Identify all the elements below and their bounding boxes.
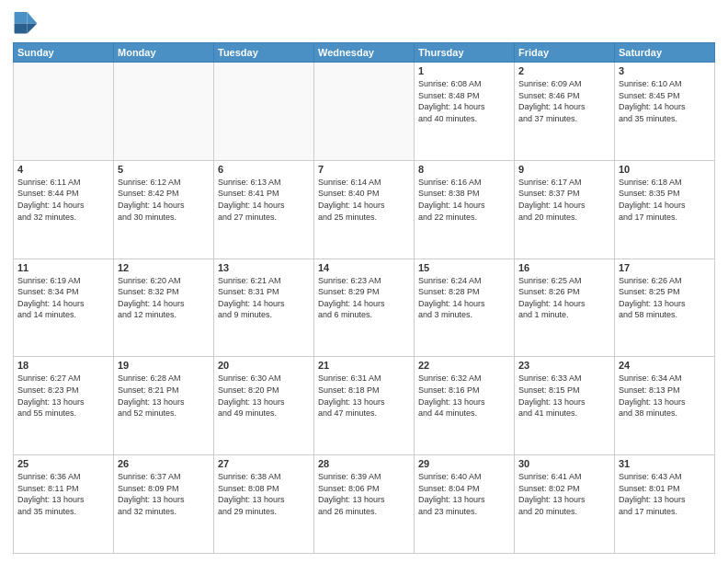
day-header-thursday: Thursday <box>415 43 515 63</box>
calendar-cell: 12Sunrise: 6:20 AM Sunset: 8:32 PM Dayli… <box>114 259 214 357</box>
day-info: Sunrise: 6:31 AM Sunset: 8:18 PM Dayligh… <box>318 373 410 419</box>
day-header-saturday: Saturday <box>615 43 715 63</box>
calendar-cell: 1Sunrise: 6:08 AM Sunset: 8:48 PM Daylig… <box>415 63 515 161</box>
day-number: 2 <box>518 65 610 76</box>
calendar-cell: 23Sunrise: 6:33 AM Sunset: 8:15 PM Dayli… <box>515 357 615 455</box>
calendar-cell: 31Sunrise: 6:43 AM Sunset: 8:01 PM Dayli… <box>615 455 715 554</box>
day-number: 23 <box>518 360 610 371</box>
day-number: 7 <box>318 164 410 175</box>
calendar-week-4: 18Sunrise: 6:27 AM Sunset: 8:23 PM Dayli… <box>14 357 715 455</box>
day-info: Sunrise: 6:33 AM Sunset: 8:15 PM Dayligh… <box>518 373 610 419</box>
calendar-cell: 24Sunrise: 6:34 AM Sunset: 8:13 PM Dayli… <box>615 357 715 455</box>
calendar-cell: 15Sunrise: 6:24 AM Sunset: 8:28 PM Dayli… <box>415 259 515 357</box>
calendar-cell: 14Sunrise: 6:23 AM Sunset: 8:29 PM Dayli… <box>314 259 415 357</box>
calendar-cell: 11Sunrise: 6:19 AM Sunset: 8:34 PM Dayli… <box>14 259 114 357</box>
calendar-cell: 8Sunrise: 6:16 AM Sunset: 8:38 PM Daylig… <box>415 160 515 259</box>
day-info: Sunrise: 6:30 AM Sunset: 8:20 PM Dayligh… <box>218 373 310 419</box>
svg-rect-2 <box>15 12 28 23</box>
calendar-cell: 29Sunrise: 6:40 AM Sunset: 8:04 PM Dayli… <box>415 455 515 554</box>
day-number: 31 <box>619 458 711 469</box>
calendar-cell: 27Sunrise: 6:38 AM Sunset: 8:08 PM Dayli… <box>214 455 314 554</box>
calendar-cell: 5Sunrise: 6:12 AM Sunset: 8:42 PM Daylig… <box>114 160 214 259</box>
day-number: 4 <box>17 164 109 175</box>
day-info: Sunrise: 6:28 AM Sunset: 8:21 PM Dayligh… <box>118 373 210 419</box>
svg-marker-1 <box>28 24 38 34</box>
day-info: Sunrise: 6:13 AM Sunset: 8:41 PM Dayligh… <box>218 177 310 223</box>
day-info: Sunrise: 6:43 AM Sunset: 8:01 PM Dayligh… <box>619 471 711 517</box>
day-number: 29 <box>418 458 510 469</box>
day-info: Sunrise: 6:17 AM Sunset: 8:37 PM Dayligh… <box>518 177 610 223</box>
calendar-cell: 22Sunrise: 6:32 AM Sunset: 8:16 PM Dayli… <box>415 357 515 455</box>
day-info: Sunrise: 6:08 AM Sunset: 8:48 PM Dayligh… <box>418 78 510 124</box>
day-info: Sunrise: 6:19 AM Sunset: 8:34 PM Dayligh… <box>17 275 109 321</box>
calendar-cell: 30Sunrise: 6:41 AM Sunset: 8:02 PM Dayli… <box>515 455 615 554</box>
day-number: 10 <box>619 164 711 175</box>
day-info: Sunrise: 6:26 AM Sunset: 8:25 PM Dayligh… <box>619 275 711 321</box>
calendar-week-2: 4Sunrise: 6:11 AM Sunset: 8:44 PM Daylig… <box>14 160 715 259</box>
calendar-cell: 2Sunrise: 6:09 AM Sunset: 8:46 PM Daylig… <box>515 63 615 161</box>
day-number: 25 <box>17 458 109 469</box>
day-number: 27 <box>218 458 310 469</box>
calendar-cell: 21Sunrise: 6:31 AM Sunset: 8:18 PM Dayli… <box>314 357 415 455</box>
header <box>13 9 715 35</box>
calendar-cell: 3Sunrise: 6:10 AM Sunset: 8:45 PM Daylig… <box>615 63 715 161</box>
day-info: Sunrise: 6:12 AM Sunset: 8:42 PM Dayligh… <box>118 177 210 223</box>
day-info: Sunrise: 6:34 AM Sunset: 8:13 PM Dayligh… <box>619 373 711 419</box>
calendar-cell <box>114 63 214 161</box>
calendar-cell: 13Sunrise: 6:21 AM Sunset: 8:31 PM Dayli… <box>214 259 314 357</box>
day-info: Sunrise: 6:10 AM Sunset: 8:45 PM Dayligh… <box>619 78 711 124</box>
logo-icon <box>13 9 39 35</box>
day-header-friday: Friday <box>515 43 615 63</box>
day-info: Sunrise: 6:18 AM Sunset: 8:35 PM Dayligh… <box>619 177 711 223</box>
day-number: 15 <box>418 262 510 273</box>
day-number: 26 <box>118 458 210 469</box>
day-info: Sunrise: 6:14 AM Sunset: 8:40 PM Dayligh… <box>318 177 410 223</box>
day-number: 19 <box>118 360 210 371</box>
svg-marker-0 <box>28 12 38 23</box>
day-info: Sunrise: 6:27 AM Sunset: 8:23 PM Dayligh… <box>17 373 109 419</box>
calendar-cell <box>314 63 415 161</box>
calendar-week-5: 25Sunrise: 6:36 AM Sunset: 8:11 PM Dayli… <box>14 455 715 554</box>
calendar-cell: 7Sunrise: 6:14 AM Sunset: 8:40 PM Daylig… <box>314 160 415 259</box>
day-number: 21 <box>318 360 410 371</box>
day-header-tuesday: Tuesday <box>214 43 314 63</box>
day-number: 17 <box>619 262 711 273</box>
calendar-cell <box>214 63 314 161</box>
day-number: 20 <box>218 360 310 371</box>
calendar-cell: 25Sunrise: 6:36 AM Sunset: 8:11 PM Dayli… <box>14 455 114 554</box>
day-number: 28 <box>318 458 410 469</box>
day-info: Sunrise: 6:36 AM Sunset: 8:11 PM Dayligh… <box>17 471 109 517</box>
day-header-sunday: Sunday <box>14 43 114 63</box>
day-info: Sunrise: 6:20 AM Sunset: 8:32 PM Dayligh… <box>118 275 210 321</box>
day-info: Sunrise: 6:37 AM Sunset: 8:09 PM Dayligh… <box>118 471 210 517</box>
calendar-cell: 19Sunrise: 6:28 AM Sunset: 8:21 PM Dayli… <box>114 357 214 455</box>
day-number: 6 <box>218 164 310 175</box>
calendar-cell: 4Sunrise: 6:11 AM Sunset: 8:44 PM Daylig… <box>14 160 114 259</box>
day-info: Sunrise: 6:16 AM Sunset: 8:38 PM Dayligh… <box>418 177 510 223</box>
day-info: Sunrise: 6:32 AM Sunset: 8:16 PM Dayligh… <box>418 373 510 419</box>
calendar-cell: 17Sunrise: 6:26 AM Sunset: 8:25 PM Dayli… <box>615 259 715 357</box>
calendar-header-row: SundayMondayTuesdayWednesdayThursdayFrid… <box>14 43 715 63</box>
day-number: 13 <box>218 262 310 273</box>
calendar-cell: 9Sunrise: 6:17 AM Sunset: 8:37 PM Daylig… <box>515 160 615 259</box>
day-info: Sunrise: 6:21 AM Sunset: 8:31 PM Dayligh… <box>218 275 310 321</box>
day-number: 24 <box>619 360 711 371</box>
svg-rect-3 <box>15 24 28 34</box>
calendar-cell: 6Sunrise: 6:13 AM Sunset: 8:41 PM Daylig… <box>214 160 314 259</box>
calendar-cell: 16Sunrise: 6:25 AM Sunset: 8:26 PM Dayli… <box>515 259 615 357</box>
day-number: 14 <box>318 262 410 273</box>
day-number: 3 <box>619 65 711 76</box>
day-number: 8 <box>418 164 510 175</box>
day-header-monday: Monday <box>114 43 214 63</box>
day-info: Sunrise: 6:11 AM Sunset: 8:44 PM Dayligh… <box>17 177 109 223</box>
day-number: 5 <box>118 164 210 175</box>
calendar-week-3: 11Sunrise: 6:19 AM Sunset: 8:34 PM Dayli… <box>14 259 715 357</box>
calendar-cell: 28Sunrise: 6:39 AM Sunset: 8:06 PM Dayli… <box>314 455 415 554</box>
page: SundayMondayTuesdayWednesdayThursdayFrid… <box>0 0 728 563</box>
day-info: Sunrise: 6:41 AM Sunset: 8:02 PM Dayligh… <box>518 471 610 517</box>
logo <box>13 9 42 35</box>
day-info: Sunrise: 6:09 AM Sunset: 8:46 PM Dayligh… <box>518 78 610 124</box>
day-number: 16 <box>518 262 610 273</box>
calendar-cell: 26Sunrise: 6:37 AM Sunset: 8:09 PM Dayli… <box>114 455 214 554</box>
day-info: Sunrise: 6:38 AM Sunset: 8:08 PM Dayligh… <box>218 471 310 517</box>
